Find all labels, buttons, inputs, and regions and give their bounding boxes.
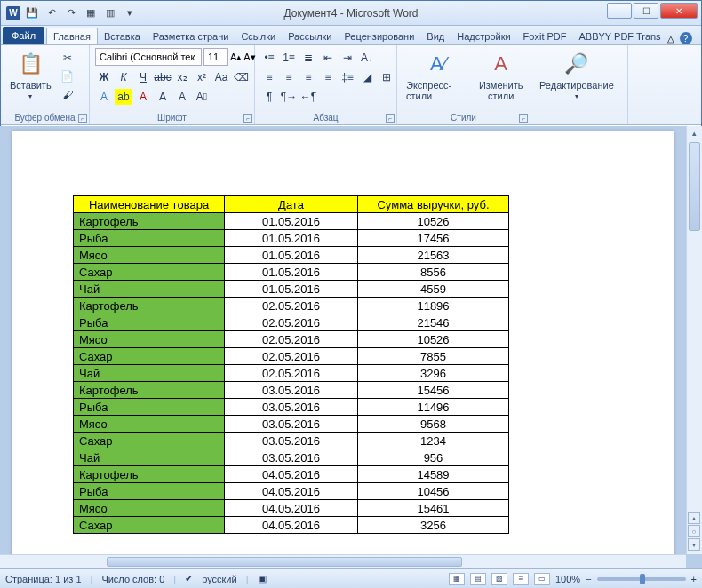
align-center-icon[interactable]: ≡ bbox=[280, 69, 298, 85]
bullets-icon[interactable]: •≡ bbox=[260, 50, 278, 66]
cell-date[interactable]: 03.05.2016 bbox=[225, 433, 358, 449]
cell-sum[interactable]: 21563 bbox=[358, 247, 509, 264]
editing-button[interactable]: 🔎 Редактирование ▾ bbox=[536, 48, 618, 102]
cell-name[interactable]: Рыба bbox=[74, 314, 225, 331]
zoom-slider[interactable] bbox=[597, 577, 686, 581]
cell-name[interactable]: Чай bbox=[74, 365, 225, 382]
cell-sum[interactable]: 14589 bbox=[358, 466, 509, 483]
data-table[interactable]: Наименование товараДатаСумма выручки, ру… bbox=[73, 195, 509, 534]
align-left-icon[interactable]: ≡ bbox=[260, 69, 278, 85]
table-row[interactable]: Сахар04.05.20163256 bbox=[74, 517, 509, 534]
cell-name[interactable]: Сахар bbox=[74, 517, 225, 534]
undo-icon[interactable]: ↶ bbox=[44, 5, 60, 21]
underline-icon[interactable]: Ч bbox=[134, 69, 152, 85]
cell-date[interactable]: 03.05.2016 bbox=[225, 416, 358, 433]
cell-name[interactable]: Картофель bbox=[74, 466, 225, 483]
minimize-button[interactable]: — bbox=[607, 3, 632, 19]
horizontal-scrollbar[interactable] bbox=[0, 554, 686, 568]
cell-name[interactable]: Мясо bbox=[74, 500, 225, 517]
char-shading-icon[interactable]: Aͣ bbox=[193, 89, 211, 105]
cut-icon[interactable]: ✂ bbox=[59, 50, 76, 66]
table-row[interactable]: Рыба03.05.201611496 bbox=[74, 399, 509, 416]
cell-name[interactable]: Картофель bbox=[74, 382, 225, 399]
vertical-scrollbar[interactable]: ▴ ▾ bbox=[686, 126, 702, 554]
subscript-icon[interactable]: x₂ bbox=[173, 69, 191, 85]
cell-name[interactable]: Сахар bbox=[74, 348, 225, 365]
phonetic-icon[interactable]: A̅ bbox=[154, 89, 172, 105]
format-painter-icon[interactable]: 🖌 bbox=[59, 87, 76, 103]
table-row[interactable]: Мясо03.05.20169568 bbox=[74, 416, 509, 433]
table-row[interactable]: Картофель04.05.201614589 bbox=[74, 466, 509, 483]
table-row[interactable]: Мясо01.05.201621563 bbox=[74, 247, 509, 264]
tab-abbyy[interactable]: ABBYY PDF Trans bbox=[573, 28, 667, 44]
maximize-button[interactable]: ☐ bbox=[634, 3, 658, 19]
rtl-icon[interactable]: ←¶ bbox=[299, 89, 317, 105]
styles-launcher[interactable]: ⌐ bbox=[519, 114, 528, 123]
table-row[interactable]: Сахар03.05.20161234 bbox=[74, 433, 509, 449]
tab-view[interactable]: Вид bbox=[420, 28, 451, 44]
table-header[interactable]: Сумма выручки, руб. bbox=[358, 196, 509, 213]
line-spacing-icon[interactable]: ‡≡ bbox=[339, 69, 356, 85]
indent-inc-icon[interactable]: ⇥ bbox=[339, 50, 356, 66]
tab-insert[interactable]: Вставка bbox=[98, 28, 147, 44]
shrink-font-icon[interactable]: A▾ bbox=[243, 52, 255, 63]
qat-dropdown-icon[interactable]: ▾ bbox=[122, 5, 138, 21]
superscript-icon[interactable]: x² bbox=[193, 69, 211, 85]
cell-date[interactable]: 04.05.2016 bbox=[225, 517, 358, 534]
tab-references[interactable]: Ссылки bbox=[235, 28, 282, 44]
hscroll-thumb[interactable] bbox=[107, 557, 462, 567]
cell-sum[interactable]: 1234 bbox=[358, 433, 509, 449]
justify-icon[interactable]: ≡ bbox=[319, 69, 337, 85]
status-page[interactable]: Страница: 1 из 1 bbox=[5, 574, 82, 584]
sort-icon[interactable]: A↓ bbox=[358, 50, 376, 66]
cell-sum[interactable]: 8556 bbox=[358, 264, 509, 281]
text-effects-icon[interactable]: A bbox=[95, 89, 113, 105]
cell-name[interactable]: Рыба bbox=[74, 483, 225, 500]
cell-date[interactable]: 02.05.2016 bbox=[225, 314, 358, 331]
zoom-label[interactable]: 100% bbox=[555, 574, 580, 584]
bold-icon[interactable]: Ж bbox=[95, 69, 113, 85]
view-draft-icon[interactable]: ▭ bbox=[534, 573, 550, 585]
paragraph-launcher[interactable]: ⌐ bbox=[386, 114, 395, 123]
cell-sum[interactable]: 10526 bbox=[358, 213, 509, 230]
tab-layout[interactable]: Разметка страни bbox=[147, 28, 235, 44]
table-row[interactable]: Картофель01.05.201610526 bbox=[74, 213, 509, 230]
tab-file[interactable]: Файл bbox=[3, 27, 44, 44]
scroll-up-icon[interactable]: ▴ bbox=[687, 126, 702, 140]
table-row[interactable]: Сахар01.05.20168556 bbox=[74, 264, 509, 281]
shading-icon[interactable]: ◢ bbox=[358, 69, 376, 85]
zoom-out-icon[interactable]: − bbox=[586, 574, 591, 584]
cell-name[interactable]: Мясо bbox=[74, 247, 225, 264]
clipboard-launcher[interactable]: ⌐ bbox=[78, 114, 87, 123]
view-web-icon[interactable]: ▧ bbox=[491, 573, 507, 585]
cell-date[interactable]: 01.05.2016 bbox=[225, 247, 358, 264]
qat-btn-1[interactable]: ▦ bbox=[83, 5, 99, 21]
cell-date[interactable]: 04.05.2016 bbox=[225, 483, 358, 500]
cell-sum[interactable]: 7855 bbox=[358, 348, 509, 365]
view-read-icon[interactable]: ▤ bbox=[470, 573, 486, 585]
cell-sum[interactable]: 21546 bbox=[358, 314, 509, 331]
font-name-select[interactable]: Calibri (Основной тек bbox=[95, 48, 202, 66]
cell-sum[interactable]: 956 bbox=[358, 449, 509, 466]
cell-name[interactable]: Сахар bbox=[74, 433, 225, 449]
highlight-icon[interactable]: ab bbox=[115, 89, 132, 105]
macro-icon[interactable]: ▣ bbox=[258, 573, 267, 584]
numbering-icon[interactable]: 1≡ bbox=[280, 50, 298, 66]
cell-sum[interactable]: 15456 bbox=[358, 382, 509, 399]
ltr-icon[interactable]: ¶→ bbox=[280, 89, 298, 105]
scroll-thumb[interactable] bbox=[689, 142, 700, 231]
cell-name[interactable]: Рыба bbox=[74, 230, 225, 247]
grow-font-icon[interactable]: A▴ bbox=[230, 52, 242, 63]
minimize-ribbon-icon[interactable]: △ bbox=[667, 34, 674, 44]
change-styles-button[interactable]: A Изменить стили bbox=[477, 48, 524, 103]
redo-icon[interactable]: ↷ bbox=[63, 5, 79, 21]
cell-sum[interactable]: 11896 bbox=[358, 298, 509, 314]
cell-date[interactable]: 01.05.2016 bbox=[225, 264, 358, 281]
multilevel-icon[interactable]: ≣ bbox=[299, 50, 317, 66]
cell-date[interactable]: 02.05.2016 bbox=[225, 348, 358, 365]
cell-sum[interactable]: 17456 bbox=[358, 230, 509, 247]
cell-name[interactable]: Мясо bbox=[74, 416, 225, 433]
change-case-icon[interactable]: Aa bbox=[212, 69, 230, 85]
cell-name[interactable]: Сахар bbox=[74, 264, 225, 281]
table-row[interactable]: Рыба01.05.201617456 bbox=[74, 230, 509, 247]
